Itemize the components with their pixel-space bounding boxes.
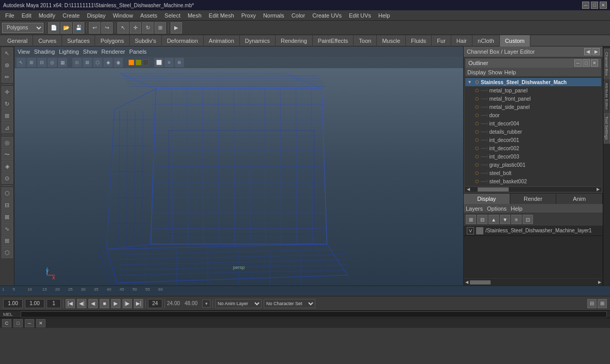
vp-tool-7[interactable]: ⊠ <box>83 58 92 67</box>
tab-general[interactable]: General <box>2 35 33 46</box>
frame-range-end[interactable] <box>148 299 162 308</box>
layer-option-6[interactable]: ⊡ <box>523 215 533 224</box>
vp-tool-13[interactable]: ⊛ <box>175 58 184 67</box>
menu-item-color[interactable]: Color <box>288 12 308 19</box>
layer-scroll-thumb[interactable] <box>470 280 491 284</box>
tab-subdivs[interactable]: Subdiv's <box>130 35 162 46</box>
step-forward-button[interactable]: |▶ <box>123 299 132 308</box>
outliner-help-menu[interactable]: Help <box>505 69 516 75</box>
panels-menu[interactable]: Panels <box>129 49 147 55</box>
outliner-scrollbar[interactable]: ◀ ▶ <box>465 186 601 192</box>
outliner-show-menu[interactable]: Show <box>488 69 502 75</box>
workspace-selector[interactable]: Polygons <box>2 23 43 33</box>
menu-item-proxy[interactable]: Proxy <box>238 12 259 19</box>
go-start-button[interactable]: |◀ <box>66 299 75 308</box>
start-frame-input[interactable] <box>25 299 44 308</box>
renderer-menu[interactable]: Renderer <box>101 49 125 55</box>
outliner-item-metal-top[interactable]: ⬡ —○ metal_top_panel <box>465 86 601 94</box>
menu-item-help[interactable]: Help <box>375 12 393 19</box>
outliner-item-steel-bolt[interactable]: ⬡ —○ steel_bolt <box>465 169 601 177</box>
tab-polygons[interactable]: Polygons <box>95 35 129 46</box>
play-forward-button[interactable]: ▶ <box>111 299 120 308</box>
extrude-button[interactable]: ⬡ <box>2 247 13 258</box>
channel-box-btn-2[interactable]: ▶ <box>592 48 600 55</box>
tool-settings-tab[interactable]: Tool Settings <box>604 113 610 144</box>
outliner-item-root[interactable]: ▼ ⬡ Stainless_Steel_Dishwasher_Mach <box>465 78 601 86</box>
nurbs-button[interactable]: ⊠ <box>2 211 13 223</box>
cage-button[interactable]: ⊟ <box>2 199 13 211</box>
menu-item-create[interactable]: Create <box>59 12 83 19</box>
menu-item-edit-uvs[interactable]: Edit UVs <box>346 12 374 19</box>
scroll-left-arrow[interactable]: ◀ <box>464 280 470 284</box>
menu-item-display[interactable]: Display <box>84 12 109 19</box>
lighting-menu[interactable]: Lighting <box>59 49 79 55</box>
vp-tool-3[interactable]: ⊟ <box>37 58 47 67</box>
outliner-maximize[interactable]: □ <box>583 59 590 67</box>
open-button[interactable]: 📂 <box>60 22 72 34</box>
scale-tool-button[interactable]: ⊞ <box>155 22 166 34</box>
tab-custom[interactable]: Custom <box>500 35 530 46</box>
render-button[interactable]: ▶ <box>171 22 182 34</box>
lasso-button[interactable]: ⊚ <box>2 59 13 71</box>
outliner-minimize[interactable]: ─ <box>574 59 582 67</box>
outliner-close[interactable]: ✕ <box>591 59 598 67</box>
tab-toon[interactable]: Toon <box>354 35 377 46</box>
layer-new-btn[interactable]: ⊞ <box>466 215 476 224</box>
tab-surfaces[interactable]: Surfaces <box>62 35 95 46</box>
show-menu[interactable]: Show <box>83 49 98 55</box>
joints-button[interactable]: ⊙ <box>2 172 13 184</box>
outliner-item-decor004[interactable]: ⬡ —○ int_decor004 <box>465 119 601 128</box>
select-tool-button[interactable]: ↖ <box>117 22 129 34</box>
scroll-right-arrow[interactable]: ▶ <box>597 280 603 284</box>
sculpt-button[interactable]: 〜 <box>2 149 13 160</box>
outliner-item-details-rubber[interactable]: ⬡ —○ details_rubber <box>465 128 601 136</box>
maya-logo-button[interactable]: C <box>2 319 11 327</box>
menu-item-create-uvs[interactable]: Create UVs <box>309 12 345 19</box>
menu-item-normals[interactable]: Normals <box>260 12 287 19</box>
outliner-item-metal-side[interactable]: ⬡ —○ metal_side_panel <box>465 103 601 111</box>
cluster-button[interactable]: ◈ <box>2 161 13 172</box>
menu-item-modify[interactable]: Modify <box>36 12 58 19</box>
vp-tool-10[interactable]: ◉ <box>114 58 123 67</box>
tab-animation[interactable]: Animation <box>204 35 240 46</box>
view-menu[interactable]: View <box>18 49 30 55</box>
menu-item-edit-mesh[interactable]: Edit Mesh <box>206 12 237 19</box>
move-button[interactable]: ✛ <box>2 86 13 98</box>
transform-button[interactable]: ⊿ <box>2 122 13 133</box>
go-end-button[interactable]: ▶| <box>134 299 143 308</box>
new-scene-button[interactable]: 📄 <box>48 22 59 34</box>
outliner-item-int-decor001[interactable]: ⬡ —○ int_decor001 <box>465 136 601 144</box>
layer-scroll-track[interactable] <box>470 280 597 284</box>
timeline-inner[interactable]: 1 5 10 15 20 25 30 35 40 45 50 55 60 <box>0 286 610 296</box>
character-set-select[interactable]: No Character Set <box>264 299 315 308</box>
taskbar-btn-4[interactable]: ✕ <box>36 319 45 327</box>
menu-item-assets[interactable]: Assets <box>137 12 160 19</box>
vp-tool-9[interactable]: ◆ <box>103 58 113 67</box>
vp-tool-12[interactable]: ≡ <box>164 58 174 67</box>
outliner-item-int-decor002[interactable]: ⬡ —○ int_decor002 <box>465 144 601 152</box>
taskbar-btn-3[interactable]: ─ <box>25 319 34 327</box>
rotate-tool-button[interactable]: ↻ <box>142 22 154 34</box>
stop-button[interactable]: ■ <box>100 299 109 308</box>
scroll-left[interactable]: ◀ <box>465 187 471 192</box>
scroll-thumb[interactable] <box>478 187 509 192</box>
scroll-track[interactable] <box>478 187 589 192</box>
tab-muscle[interactable]: Muscle <box>377 35 406 46</box>
taskbar-btn-2[interactable]: □ <box>13 319 23 327</box>
frame-rate-selector[interactable]: ▾ <box>202 299 210 308</box>
shading-menu[interactable]: Shading <box>34 49 55 55</box>
curve-button[interactable]: ∿ <box>2 223 13 234</box>
outliner-display-menu[interactable]: Display <box>467 69 486 75</box>
poly-button[interactable]: ⬡ <box>2 187 13 199</box>
vp-tool-11[interactable]: ⬜ <box>154 58 163 67</box>
vp-tool-2[interactable]: ⊞ <box>27 58 36 67</box>
tab-deformation[interactable]: Deformation <box>162 35 204 46</box>
channel-box-btn-1[interactable]: ◀ <box>584 48 591 55</box>
tab-hair[interactable]: Hair <box>451 35 472 46</box>
tab-curves[interactable]: Curves <box>33 35 62 46</box>
viewport[interactable]: View Shading Lighting Show Renderer Pane… <box>14 46 463 286</box>
scroll-right[interactable]: ▶ <box>595 187 601 192</box>
layer-visibility[interactable]: V <box>467 227 474 234</box>
menu-item-select[interactable]: Select <box>161 12 184 19</box>
outliner-item-gray-plastic[interactable]: ⬡ —○ gray_plastic001 <box>465 161 601 169</box>
